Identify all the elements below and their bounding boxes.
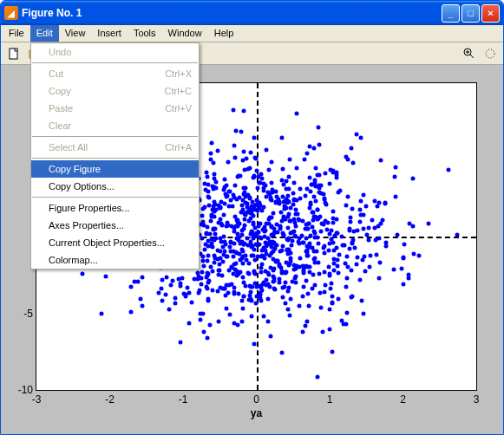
scatter-point: [304, 151, 309, 155]
close-button[interactable]: ×: [481, 4, 500, 23]
scatter-point: [349, 269, 353, 273]
menu-item-copy-figure[interactable]: Copy Figure: [31, 160, 199, 178]
scatter-point: [283, 271, 287, 276]
scatter-point: [316, 261, 320, 265]
scatter-point: [304, 226, 308, 230]
scatter-point: [211, 269, 215, 274]
scatter-point: [238, 222, 242, 226]
rotate-button[interactable]: [481, 44, 500, 63]
scatter-point: [272, 276, 277, 281]
scatter-point: [340, 234, 344, 238]
scatter-point: [354, 262, 358, 266]
scatter-point: [376, 200, 381, 205]
scatter-point: [357, 207, 362, 211]
scatter-point: [270, 244, 274, 249]
scatter-point: [295, 112, 299, 116]
scatter-point: [252, 204, 257, 208]
scatter-point: [257, 181, 261, 185]
scatter-point: [304, 279, 308, 283]
scatter-point: [375, 252, 379, 256]
menu-insert[interactable]: Insert: [91, 25, 128, 42]
scatter-point: [383, 201, 387, 205]
menu-help[interactable]: Help: [208, 25, 240, 42]
scatter-point: [236, 269, 240, 274]
scatter-point: [287, 158, 291, 162]
scatter-point: [169, 283, 173, 288]
scatter-point: [239, 299, 244, 303]
scatter-point: [199, 318, 203, 322]
scatter-point: [278, 276, 282, 281]
minimize-button[interactable]: _: [442, 4, 460, 23]
menu-item-undo: Undo: [31, 43, 199, 61]
scatter-point: [173, 295, 178, 300]
scatter-point: [213, 209, 217, 213]
scatter-point: [294, 208, 298, 212]
menu-edit[interactable]: Edit: [30, 25, 59, 42]
scatter-point: [247, 284, 252, 289]
scatter-point: [291, 202, 295, 206]
scatter-point: [228, 313, 232, 317]
scatter-point: [358, 199, 363, 204]
scatter-point: [308, 190, 312, 194]
scatter-point: [323, 283, 327, 288]
scatter-point: [317, 183, 322, 187]
scatter-point: [272, 280, 276, 284]
scatter-point: [366, 226, 370, 230]
scatter-point: [350, 161, 355, 166]
scatter-point: [345, 310, 350, 315]
scatter-point: [231, 271, 235, 276]
scatter-point: [350, 206, 354, 211]
scatter-point: [226, 194, 230, 198]
scatter-point: [99, 311, 103, 315]
scatter-point: [313, 231, 317, 236]
scatter-point: [331, 221, 336, 225]
menu-file[interactable]: File: [3, 25, 30, 42]
scatter-point: [293, 275, 298, 279]
menu-item-figure-properties[interactable]: Figure Properties...: [31, 199, 199, 217]
scatter-point: [280, 351, 285, 355]
scatter-point: [447, 167, 451, 172]
window-buttons: _ □ ×: [442, 4, 500, 23]
scatter-point: [201, 259, 206, 263]
scatter-point: [241, 109, 245, 114]
scatter-point: [336, 296, 340, 301]
scatter-point: [330, 282, 334, 286]
scatter-point: [160, 299, 165, 303]
scatter-point: [287, 219, 291, 224]
scatter-point: [318, 229, 323, 233]
scatter-point: [331, 209, 336, 213]
scatter-point: [298, 197, 302, 201]
scatter-point: [268, 334, 272, 339]
scatter-point: [324, 203, 328, 207]
scatter-point: [216, 148, 220, 153]
menu-item-current-object-properties[interactable]: Current Object Properties...: [31, 234, 199, 251]
scatter-point: [375, 205, 379, 209]
menu-tools[interactable]: Tools: [128, 25, 162, 42]
scatter-point: [209, 264, 213, 269]
scatter-point: [280, 166, 285, 171]
scatter-point: [186, 285, 190, 289]
scatter-point: [249, 315, 253, 319]
scatter-point: [328, 181, 332, 185]
menu-item-axes-properties[interactable]: Axes Properties...: [31, 217, 199, 234]
scatter-point: [216, 289, 220, 294]
scatter-point: [321, 330, 325, 334]
scatter-point: [292, 220, 297, 224]
scatter-point: [251, 222, 255, 226]
menu-view[interactable]: View: [59, 25, 92, 42]
scatter-point: [265, 221, 269, 225]
scatter-point: [272, 267, 277, 271]
scatter-point: [326, 249, 331, 253]
new-figure-button[interactable]: [4, 44, 23, 63]
maximize-button[interactable]: □: [461, 4, 480, 23]
scatter-point: [269, 181, 273, 185]
zoom-in-button[interactable]: [460, 44, 479, 63]
scatter-point: [280, 295, 285, 299]
menu-item-colormap[interactable]: Colormap...: [31, 251, 199, 269]
scatter-point: [232, 291, 237, 295]
scatter-point: [336, 271, 340, 276]
scatter-point: [402, 243, 406, 247]
scatter-point: [261, 314, 265, 318]
menu-item-copy-options[interactable]: Copy Options...: [31, 178, 199, 195]
menu-window[interactable]: Window: [162, 25, 208, 42]
